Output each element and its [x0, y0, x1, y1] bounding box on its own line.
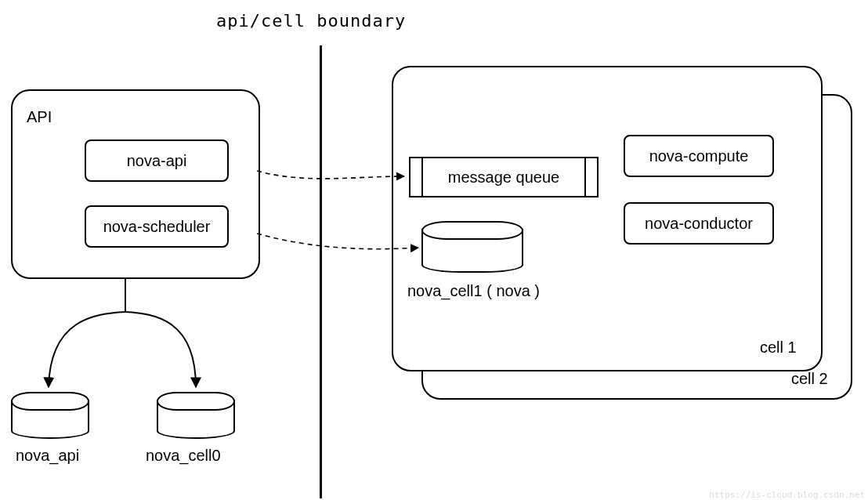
nova-compute-label: nova-compute — [649, 147, 749, 165]
boundary-line — [320, 45, 322, 498]
nova-api-db — [11, 392, 89, 439]
nova-api-node: nova-api — [85, 139, 229, 182]
watermark: https://is-cloud.blog.csdn.net — [709, 490, 865, 500]
message-queue-label: message queue — [448, 168, 559, 187]
nova-scheduler-node: nova-scheduler — [85, 205, 229, 248]
nova-api-db-label: nova_api — [16, 447, 79, 465]
cell2-label: cell 2 — [791, 370, 828, 388]
nova-conductor-node: nova-conductor — [624, 202, 774, 245]
message-queue-node: message queue — [409, 157, 599, 197]
nova-compute-node: nova-compute — [624, 135, 774, 177]
diagram-canvas: api/cell boundary API nova-api nova-sche… — [0, 0, 868, 500]
cell1-label: cell 1 — [760, 339, 797, 357]
api-fork-left — [49, 312, 125, 387]
nova-cell0-db-label: nova_cell0 — [146, 447, 221, 465]
arrow-api-to-mq — [257, 171, 404, 179]
api-fork-right — [125, 312, 196, 387]
api-heading: API — [27, 108, 52, 126]
nova-api-label: nova-api — [127, 152, 187, 170]
nova-conductor-label: nova-conductor — [645, 215, 753, 233]
nova-cell0-db — [157, 392, 235, 439]
nova-scheduler-label: nova-scheduler — [103, 218, 211, 236]
nova-cell1-db — [421, 221, 523, 273]
nova-cell1-db-label: nova_cell1 ( nova ) — [407, 282, 540, 300]
diagram-title: api/cell boundary — [216, 11, 406, 31]
